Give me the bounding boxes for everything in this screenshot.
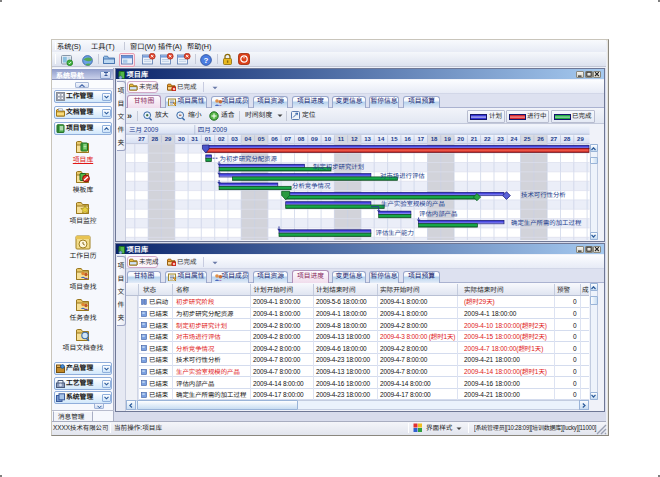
svg-text:25: 25 bbox=[524, 136, 531, 142]
svg-text:22: 22 bbox=[484, 136, 491, 142]
svg-text:09: 09 bbox=[311, 136, 318, 142]
svg-text:23: 23 bbox=[497, 136, 504, 142]
svg-text:10: 10 bbox=[324, 136, 331, 142]
svg-text:制定初步研究计划: 制定初步研究计划 bbox=[313, 163, 364, 170]
svg-text:评估生产能力: 评估生产能力 bbox=[376, 229, 414, 236]
svg-text:04: 04 bbox=[245, 136, 252, 142]
svg-text:01: 01 bbox=[205, 136, 212, 142]
svg-text:19: 19 bbox=[444, 136, 451, 142]
svg-text:24: 24 bbox=[511, 136, 518, 142]
svg-text:确定生产所需的加工过程: 确定生产所需的加工过程 bbox=[511, 219, 582, 226]
svg-text:31: 31 bbox=[191, 136, 198, 142]
svg-text:14: 14 bbox=[378, 136, 385, 142]
svg-text:11: 11 bbox=[338, 136, 345, 142]
svg-text:21: 21 bbox=[471, 136, 478, 142]
svg-text:15: 15 bbox=[391, 136, 398, 142]
svg-text:02: 02 bbox=[218, 136, 225, 142]
svg-text:评估内部产品: 评估内部产品 bbox=[419, 210, 457, 217]
svg-text:技术可行性分析: 技术可行性分析 bbox=[521, 191, 566, 198]
svg-text:18: 18 bbox=[431, 136, 438, 142]
svg-text:分析竞争情况: 分析竞争情况 bbox=[292, 182, 331, 189]
svg-text:为初步研究分配资源: 为初步研究分配资源 bbox=[220, 155, 278, 162]
svg-text:28: 28 bbox=[564, 136, 571, 142]
svg-text:13: 13 bbox=[364, 136, 371, 142]
svg-text:20: 20 bbox=[457, 136, 464, 142]
svg-text:29: 29 bbox=[577, 136, 584, 142]
svg-text:07: 07 bbox=[284, 136, 291, 142]
svg-text:16: 16 bbox=[404, 136, 411, 142]
svg-text:30: 30 bbox=[178, 136, 185, 142]
svg-text:05: 05 bbox=[258, 136, 265, 142]
svg-text:06: 06 bbox=[271, 136, 278, 142]
svg-text:17: 17 bbox=[417, 136, 424, 142]
svg-text:29: 29 bbox=[165, 136, 172, 142]
svg-text:27: 27 bbox=[138, 136, 145, 142]
svg-text:生产实验室规模的产品: 生产实验室规模的产品 bbox=[381, 200, 445, 207]
svg-text:12: 12 bbox=[351, 136, 358, 142]
svg-text:08: 08 bbox=[298, 136, 305, 142]
svg-text:对市场进行评估: 对市场进行评估 bbox=[380, 172, 425, 179]
svg-text:?: ? bbox=[204, 56, 209, 65]
svg-text:26: 26 bbox=[537, 136, 544, 142]
svg-text:27: 27 bbox=[550, 136, 557, 142]
svg-text:03: 03 bbox=[231, 136, 238, 142]
svg-text:四月 2009: 四月 2009 bbox=[198, 126, 228, 133]
svg-text:28: 28 bbox=[151, 136, 158, 142]
svg-text:三月 2009: 三月 2009 bbox=[129, 126, 159, 133]
